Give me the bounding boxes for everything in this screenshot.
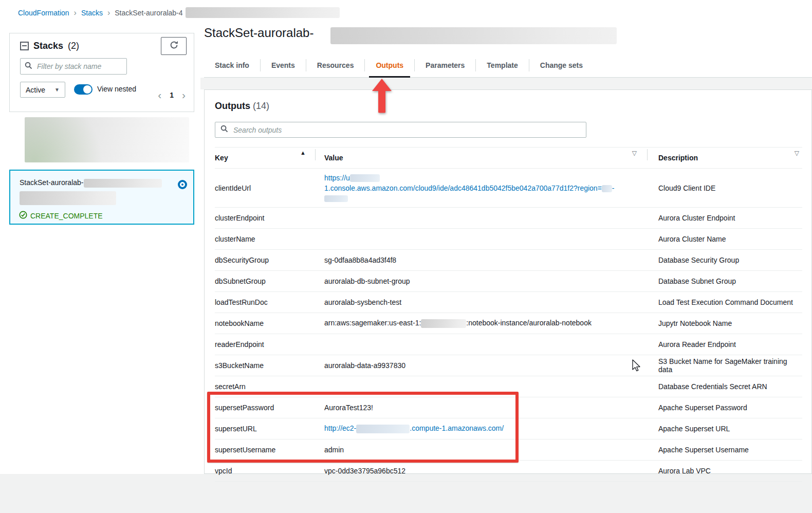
- content-gap: [200, 78, 812, 89]
- output-description: Jupytr Notebook Name: [653, 319, 802, 327]
- table-header: Key ▲ Value ▽ Description ▽: [215, 147, 802, 169]
- output-key: readerEndpoint: [215, 340, 324, 349]
- next-page-icon[interactable]: ›: [182, 91, 186, 99]
- output-key: loadTestRunDoc: [215, 298, 324, 306]
- table-row: loadTestRunDoc auroralab-sysbench-test L…: [215, 292, 802, 313]
- breadcrumb-stacks[interactable]: Stacks: [81, 9, 103, 17]
- filter-icon[interactable]: ▽: [632, 150, 637, 157]
- tab-parameters[interactable]: Parameters: [415, 53, 475, 77]
- stack-list-item-selected[interactable]: StackSet-auroralab- CREATE_COMPLETE: [9, 170, 194, 225]
- table-row: clientIdeUrl https://u 1.console.aws.ama…: [215, 169, 802, 208]
- outputs-search-input[interactable]: [232, 125, 581, 135]
- stack-status: CREATE_COMPLETE: [19, 211, 103, 221]
- stacks-count: (2): [68, 41, 79, 51]
- stack-status-label: CREATE_COMPLETE: [30, 212, 103, 220]
- output-description: Apache Superset URL: [653, 425, 802, 433]
- redacted-text: [84, 179, 162, 188]
- redacted-text: [330, 27, 617, 44]
- output-description: Database Subnet Group: [653, 277, 802, 285]
- column-header-key[interactable]: Key: [215, 154, 228, 162]
- output-description: Aurora Reader Endpoint: [653, 340, 802, 349]
- redacted-text: [324, 195, 348, 202]
- output-description: Aurora Lab VPC: [653, 467, 802, 475]
- outputs-search: [215, 122, 586, 138]
- tab-stack-info[interactable]: Stack info: [204, 53, 260, 77]
- refresh-icon: [170, 41, 178, 51]
- output-value: auroralab-sysbench-test: [324, 298, 653, 306]
- output-description: Apache Superset Username: [653, 446, 802, 454]
- output-description: S3 Bucket Name for SageMaker training da…: [653, 357, 802, 374]
- output-value: auroralab-data-a9937830: [324, 361, 653, 370]
- previous-page-icon[interactable]: ‹: [158, 91, 161, 99]
- table-row: readerEndpoint Aurora Reader Endpoint: [215, 334, 802, 355]
- stacks-panel-title: Stacks: [33, 41, 63, 51]
- pagination: ‹ 1 ›: [158, 91, 186, 99]
- output-key: dbSubnetGroup: [215, 277, 324, 285]
- tab-bar: Stack info Events Resources Outputs Para…: [204, 53, 812, 78]
- column-header-description[interactable]: Description: [658, 154, 698, 162]
- tab-events[interactable]: Events: [261, 53, 306, 77]
- table-row: clusterName Aurora Cluster Name: [215, 229, 802, 250]
- cloudformation-console: CloudFormation › Stacks › StackSet-auror…: [0, 0, 812, 513]
- output-value-text: :notebook-instance/auroralab-notebook: [466, 319, 592, 327]
- search-icon: [220, 125, 228, 135]
- page-number[interactable]: 1: [170, 91, 174, 99]
- output-description: Apache Superset Password: [653, 404, 802, 412]
- page-title: StackSet-auroralab-: [204, 26, 313, 40]
- table-row: dbSubnetGroup auroralab-db-subnet-group …: [215, 271, 802, 292]
- tab-resources[interactable]: Resources: [306, 53, 365, 77]
- table-row: s3BucketName auroralab-data-a9937830 S3 …: [215, 355, 802, 376]
- collapse-panel-icon[interactable]: [20, 42, 29, 50]
- stack-list-item-redacted[interactable]: [25, 117, 189, 162]
- output-key: vpcId: [215, 467, 324, 475]
- refresh-button[interactable]: [161, 37, 187, 55]
- breadcrumb-current: StackSet-auroralab-4: [115, 9, 182, 17]
- outputs-heading: Outputs: [215, 101, 250, 111]
- output-description: Database Credentials Secret ARN: [653, 382, 802, 391]
- chevron-right-icon: ›: [74, 8, 77, 17]
- stack-name: StackSet-auroralab-: [20, 178, 84, 187]
- output-description: Aurora Cluster Name: [653, 235, 802, 243]
- stacks-panel: Stacks (2) Active ▼ View nested ‹ 1 ›: [9, 33, 194, 112]
- filter-icon[interactable]: ▽: [795, 150, 799, 157]
- output-value: arn:aws:sagemaker:us-east-1::notebook-in…: [324, 319, 653, 328]
- output-key: dbSecurityGroup: [215, 256, 324, 264]
- output-value: vpc-0dd3e3795a96bc512: [324, 467, 653, 475]
- breadcrumb-cloudformation[interactable]: CloudFormation: [18, 9, 69, 17]
- output-link[interactable]: https://u: [324, 174, 350, 182]
- tab-change-sets[interactable]: Change sets: [529, 53, 594, 77]
- output-value: https://u 1.console.aws.amazon.com/cloud…: [324, 173, 653, 204]
- output-link[interactable]: -: [612, 184, 615, 192]
- view-nested-toggle[interactable]: [74, 84, 93, 95]
- table-row: dbSecurityGroup sg-0dfaa8b8a4ad3f4f8 Dat…: [215, 250, 802, 271]
- output-key: clientIdeUrl: [215, 184, 324, 192]
- output-link[interactable]: 1.console.aws.amazon.com/cloud9/ide/adc4…: [324, 184, 602, 192]
- stack-filter-input[interactable]: [36, 62, 131, 71]
- tab-outputs[interactable]: Outputs: [365, 53, 414, 77]
- chevron-down-icon: ▼: [54, 87, 60, 93]
- status-filter-value: Active: [26, 86, 45, 94]
- search-icon: [25, 62, 32, 71]
- table-row: clusterEndpoint Aurora Cluster Endpoint: [215, 208, 802, 229]
- status-filter-select[interactable]: Active ▼: [20, 82, 65, 98]
- output-value-text: arn:aws:sagemaker:us-east-1:: [324, 319, 421, 327]
- output-value: sg-0dfaa8b8a4ad3f4f8: [324, 256, 653, 264]
- redacted-text: [421, 319, 466, 328]
- redacted-text: [186, 7, 340, 18]
- output-key: notebookName: [215, 319, 324, 327]
- output-description: Cloud9 Client IDE: [653, 184, 802, 192]
- tab-template[interactable]: Template: [476, 53, 528, 77]
- redacted-text: [20, 191, 116, 205]
- output-key: clusterEndpoint: [215, 214, 324, 222]
- table-row: notebookName arn:aws:sagemaker:us-east-1…: [215, 313, 802, 334]
- redacted-text: [602, 185, 612, 192]
- column-header-value[interactable]: Value: [324, 154, 343, 162]
- stack-filter: [20, 58, 127, 75]
- output-key: secretArn: [215, 382, 324, 391]
- red-highlight-box: [207, 392, 519, 463]
- radio-selected-icon[interactable]: [178, 180, 187, 189]
- breadcrumb: CloudFormation › Stacks › StackSet-auror…: [18, 7, 340, 18]
- output-description: Load Test Execution Command Document: [653, 298, 802, 306]
- sort-ascending-icon[interactable]: ▲: [300, 150, 306, 156]
- output-key: clusterName: [215, 235, 324, 243]
